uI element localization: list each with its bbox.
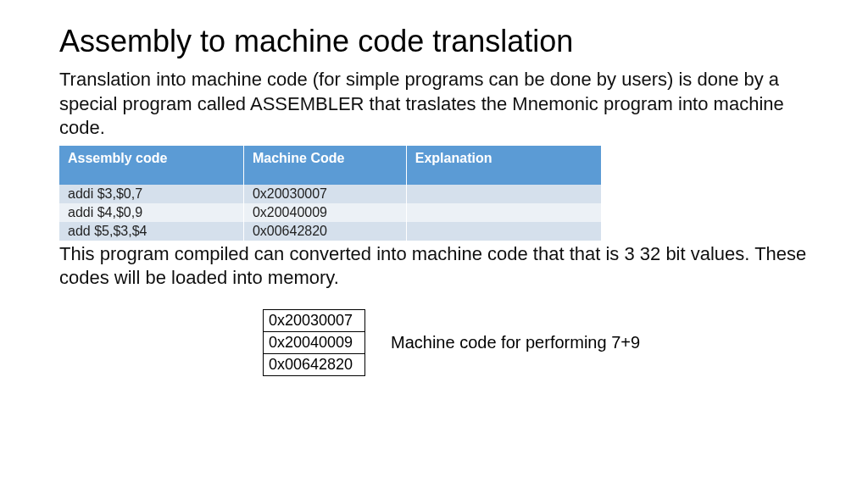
header-machine: Machine Code bbox=[243, 146, 406, 185]
cell-assembly: addi $4,$0,9 bbox=[59, 203, 243, 222]
cell-assembly: add $5,$3,$4 bbox=[59, 222, 243, 241]
table-row: addi $4,$0,9 0x20040009 bbox=[59, 203, 602, 222]
mcode-cell: 0x20040009 bbox=[264, 331, 365, 353]
table-row: add $5,$3,$4 0x00642820 bbox=[59, 222, 602, 241]
cell-explain bbox=[406, 222, 601, 241]
translation-table: Assembly code Machine Code Explanation a… bbox=[59, 146, 602, 241]
cell-machine: 0x20040009 bbox=[243, 203, 406, 222]
mcode-cell: 0x20030007 bbox=[264, 309, 365, 331]
cell-machine: 0x20030007 bbox=[243, 185, 406, 203]
slide-title: Assembly to machine code translation bbox=[59, 24, 809, 59]
cell-explain bbox=[406, 185, 601, 203]
machine-code-table: 0x20030007 0x20040009 0x00642820 bbox=[263, 309, 365, 376]
intro-paragraph: Translation into machine code (for simpl… bbox=[59, 68, 809, 141]
header-explain: Explanation bbox=[406, 146, 601, 185]
machine-code-label: Machine code for performing 7+9 bbox=[391, 333, 640, 352]
cell-assembly: addi $3,$0,7 bbox=[59, 185, 243, 203]
cell-machine: 0x00642820 bbox=[243, 222, 406, 241]
table-row: addi $3,$0,7 0x20030007 bbox=[59, 185, 602, 203]
cell-explain bbox=[406, 203, 601, 222]
header-assembly: Assembly code bbox=[59, 146, 243, 185]
outro-paragraph: This program compiled can converted into… bbox=[59, 242, 809, 291]
mcode-cell: 0x00642820 bbox=[264, 353, 365, 375]
